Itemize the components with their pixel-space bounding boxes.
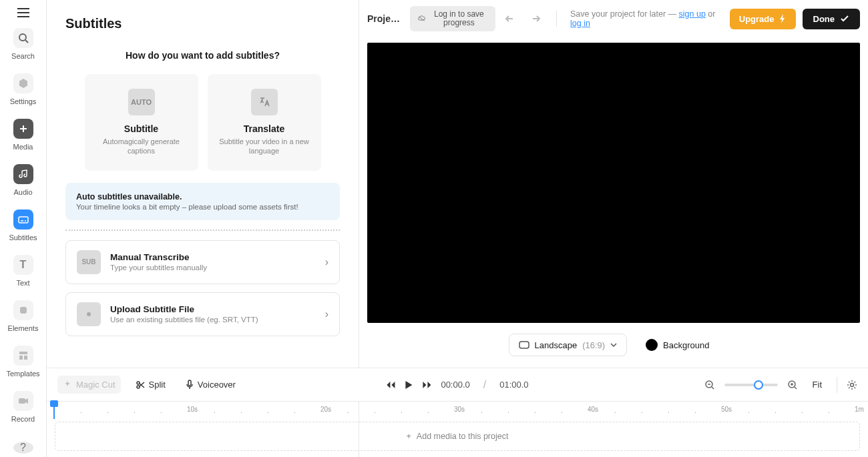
zoom-out-button[interactable] bbox=[704, 380, 715, 390]
svg-rect-5 bbox=[19, 356, 23, 360]
split-button[interactable]: Split bbox=[130, 376, 171, 394]
rewind-button[interactable] bbox=[386, 381, 395, 389]
done-button[interactable]: Done bbox=[803, 9, 861, 29]
zoom-out-icon bbox=[704, 380, 715, 390]
music-icon bbox=[19, 169, 28, 179]
voiceover-button[interactable]: Voiceover bbox=[180, 376, 241, 394]
redo-button[interactable] bbox=[526, 11, 544, 26]
tick-label: 30s bbox=[454, 406, 465, 413]
svg-rect-9 bbox=[519, 342, 529, 348]
sidebar-label: Settings bbox=[10, 97, 37, 105]
translate-icon bbox=[251, 89, 278, 115]
sidebar-item-settings[interactable]: Settings bbox=[0, 71, 46, 108]
landscape-icon bbox=[519, 341, 529, 349]
sidebar-item-templates[interactable]: Templates bbox=[0, 343, 46, 380]
menu-button[interactable] bbox=[13, 8, 33, 17]
subtitles-icon bbox=[18, 214, 29, 225]
option-sub: Type your subtitles manually bbox=[110, 264, 316, 272]
project-name[interactable]: Project... bbox=[367, 13, 403, 24]
svg-point-11 bbox=[137, 386, 140, 388]
toolbar: Magic Cut Split Voiceover 00:00.0 / 01:0… bbox=[47, 368, 868, 401]
sidebar-item-subtitles[interactable]: Subtitles bbox=[0, 207, 46, 244]
help-button[interactable]: ? bbox=[13, 442, 33, 454]
svg-rect-6 bbox=[24, 356, 27, 360]
option-upload-subtitle[interactable]: Upload Subtitle File Use an existing sub… bbox=[65, 292, 340, 336]
play-button[interactable] bbox=[405, 380, 413, 390]
login-save-button[interactable]: Log in to save progress bbox=[410, 6, 495, 31]
hexagon-icon bbox=[18, 78, 29, 89]
plus-icon bbox=[19, 124, 28, 133]
svg-point-8 bbox=[87, 312, 91, 316]
sidebar-label: Record bbox=[11, 415, 35, 423]
auto-icon: AUTO bbox=[128, 89, 155, 115]
magic-cut-button: Magic Cut bbox=[57, 376, 121, 394]
chevron-right-icon: › bbox=[325, 256, 329, 268]
svg-rect-2 bbox=[19, 217, 28, 223]
zoom-slider[interactable] bbox=[724, 384, 778, 386]
svg-rect-3 bbox=[20, 307, 27, 314]
sidebar-item-elements[interactable]: Elements bbox=[0, 298, 46, 335]
cloud-off-icon bbox=[418, 14, 425, 23]
settings-gear-button[interactable] bbox=[847, 380, 857, 390]
svg-point-10 bbox=[137, 382, 140, 384]
upgrade-button[interactable]: Upgrade bbox=[730, 9, 796, 29]
svg-rect-4 bbox=[19, 352, 27, 354]
option-title: Upload Subtitle File bbox=[110, 304, 316, 314]
fit-button[interactable]: Fit bbox=[807, 376, 827, 394]
timeline-ruler[interactable]: 10s 20s 30s 40s 50s 1m .... .... .... ..… bbox=[47, 402, 868, 419]
login-link[interactable]: log in bbox=[570, 19, 590, 28]
bolt-icon bbox=[779, 14, 787, 23]
card-title: Subtitle bbox=[94, 123, 189, 134]
size-selector[interactable]: Landscape (16:9) bbox=[509, 334, 628, 356]
chevron-down-icon bbox=[610, 343, 617, 347]
search-icon bbox=[18, 33, 29, 43]
sidebar-label: Elements bbox=[8, 324, 39, 332]
zoom-in-button[interactable] bbox=[787, 380, 798, 390]
shapes-icon bbox=[19, 306, 28, 315]
sidebar-item-record[interactable]: Record bbox=[0, 388, 46, 426]
tick-label: 40s bbox=[588, 406, 598, 413]
sidebar-label: Audio bbox=[13, 188, 32, 196]
card-translate[interactable]: Translate Subtitle your video in a new l… bbox=[208, 74, 321, 171]
play-icon bbox=[405, 380, 413, 390]
zoom-thumb[interactable] bbox=[754, 380, 763, 390]
upgrade-label: Upgrade bbox=[739, 14, 775, 24]
option-manual-transcribe[interactable]: SUB Manual Transcribe Type your subtitle… bbox=[65, 240, 340, 284]
sidebar-item-audio[interactable]: Audio bbox=[0, 161, 46, 199]
video-preview[interactable] bbox=[367, 43, 860, 323]
signup-link[interactable]: sign up bbox=[679, 9, 706, 19]
background-selector[interactable]: Background bbox=[636, 334, 718, 356]
undo-button[interactable] bbox=[502, 11, 519, 26]
svg-marker-1 bbox=[19, 79, 27, 88]
sidebar-label: Templates bbox=[6, 370, 39, 378]
sidebar-label: Text bbox=[16, 279, 29, 287]
scissors-icon bbox=[136, 380, 145, 390]
sidebar-label: Subtitles bbox=[9, 234, 37, 242]
file-icon bbox=[77, 302, 101, 326]
rewind-icon bbox=[386, 381, 395, 389]
save-prompt: Save your project for later — sign up or… bbox=[570, 9, 723, 28]
info-title: Auto subtitles unavailable. bbox=[76, 192, 329, 201]
current-time: 00:00.0 bbox=[441, 380, 469, 390]
card-auto-subtitle[interactable]: AUTO Subtitle Automagically generate cap… bbox=[85, 74, 198, 171]
tick-label: 1m bbox=[855, 406, 864, 413]
plus-icon: + bbox=[407, 432, 411, 441]
svg-point-0 bbox=[19, 34, 26, 41]
sidebar-item-media[interactable]: Media bbox=[0, 116, 46, 153]
zoom-in-icon bbox=[787, 380, 798, 390]
add-media-track[interactable]: + Add media to this project bbox=[55, 422, 860, 451]
color-swatch bbox=[646, 339, 658, 351]
svg-point-15 bbox=[851, 383, 854, 386]
text-icon: T bbox=[20, 259, 27, 271]
sidebar-item-search[interactable]: Search bbox=[0, 25, 46, 63]
login-save-label: Log in to save progress bbox=[431, 10, 487, 27]
gear-icon bbox=[847, 380, 857, 390]
info-text: Your timeline looks a bit empty – please… bbox=[76, 203, 329, 211]
playhead[interactable] bbox=[53, 402, 55, 419]
topbar: Project... Log in to save progress Save … bbox=[359, 0, 868, 37]
sidebar-item-text[interactable]: T Text bbox=[0, 252, 46, 290]
templates-icon bbox=[19, 351, 28, 360]
svg-rect-12 bbox=[188, 380, 191, 386]
forward-button[interactable] bbox=[422, 381, 431, 389]
sidebar-label: Search bbox=[11, 52, 35, 60]
